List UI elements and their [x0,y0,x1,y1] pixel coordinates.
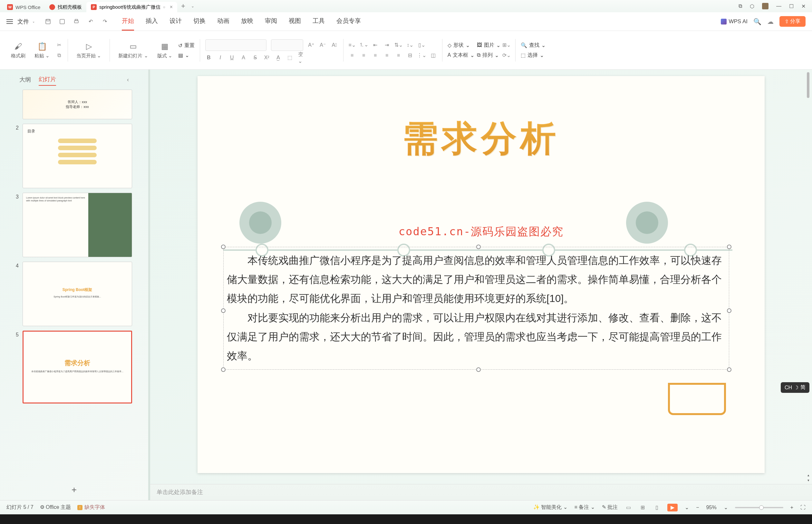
print-icon[interactable] [73,18,80,25]
indent-decrease-icon[interactable]: ⇤ [372,42,379,49]
slide-textbox[interactable]: 本传统戏曲推广微信小程序是为了提高用户查阅信息的效率和管理人员管理信息的工作效率… [223,247,729,370]
normal-view-icon[interactable]: ▭ [625,504,632,511]
close-tab-icon[interactable]: × [170,4,173,10]
rotate-icon[interactable]: ⟳⌄ [503,52,510,59]
strikethrough-icon[interactable]: S̶ [252,54,259,61]
list-level-icon[interactable]: ⋮⌄ [418,52,425,59]
slides-tab[interactable]: 幻灯片 [39,73,56,86]
missing-font-warning[interactable]: ! 缺失字体 [77,504,105,511]
align-center-icon[interactable]: ≡ [360,52,367,59]
resize-handle[interactable] [476,245,481,249]
search-icon[interactable]: 🔍 [753,18,761,26]
user-avatar[interactable] [762,3,768,9]
highlight-icon[interactable]: ⬚ [286,54,294,61]
copy-icon[interactable]: ⧉ [55,52,63,59]
close-window-icon[interactable]: ✕ [801,3,806,9]
redo-icon[interactable]: ↷ [101,18,108,25]
new-tab-button[interactable]: + [177,2,189,10]
cloud-icon[interactable]: ☁ [767,18,774,26]
align-right-icon[interactable]: ≡ [372,52,379,59]
wps-ai-button[interactable]: WPS AI [721,18,748,25]
tab-list-icon[interactable]: ⌄ [189,4,196,9]
resize-handle[interactable] [221,245,226,249]
textbox-button[interactable]: A͏ 文本框⌄ [448,52,475,59]
add-slide-button[interactable]: + [0,479,148,500]
slideshow-button[interactable]: ▶ [667,504,678,511]
file-menu-arrow-icon[interactable]: ⌄ [32,20,35,23]
indent-increase-icon[interactable]: ⇥ [383,42,391,49]
menu-review[interactable]: 审阅 [265,12,277,31]
windows-taskbar[interactable] [0,514,812,524]
window-cube-icon[interactable]: ⬡ [750,3,754,9]
vertical-scrollbar[interactable] [806,72,811,484]
document-tab[interactable]: P springboot传统戏曲推广微信 ▫ × [86,2,177,12]
file-menu[interactable]: 文件 [17,18,29,26]
columns-icon[interactable]: ▯⌄ [418,42,425,49]
minimize-icon[interactable]: — [776,3,781,9]
hamburger-icon[interactable] [6,21,13,22]
font-family-select[interactable] [205,39,266,51]
bold-icon[interactable]: B [205,54,212,61]
increase-font-icon[interactable]: A⁺ [308,42,315,49]
smartart-icon[interactable]: ◫ [430,52,437,59]
slide-thumb-1[interactable]: 答辩人：xxx 指导老师：xxx [22,89,132,119]
fit-window-icon[interactable]: ⛶ [800,505,806,510]
theme-indicator[interactable]: ⚙ Office 主题 [40,504,71,511]
comments-button[interactable]: ✎ 批注 [602,504,618,511]
align-justify-icon[interactable]: ≡ [383,52,391,59]
menu-member[interactable]: 会员专享 [336,12,361,31]
menu-view[interactable]: 视图 [289,12,301,31]
arrange-button[interactable]: ⧉ 排列⌄ [477,52,500,59]
prev-slide-icon[interactable]: ▴ [806,473,811,478]
menu-slideshow[interactable]: 放映 [241,12,253,31]
menu-animation[interactable]: 动画 [217,12,229,31]
slide-thumb-5[interactable]: 需求分析 本传统戏曲推广微信小程序是为了提高用户查阅信息的效率和管理人员管理信息… [22,331,132,404]
superscript-icon[interactable]: X² [263,54,270,61]
section-button[interactable]: ▤ ⌄ [178,52,195,58]
zoom-dropdown-icon[interactable]: ⌄ [724,504,728,510]
vertical-align-icon[interactable]: ⊟ [407,52,414,59]
align-left-icon[interactable]: ≡ [349,52,356,59]
text-direction-icon[interactable]: ↕⌄ [407,42,414,49]
numbering-icon[interactable]: ⒈⌄ [360,42,367,49]
zoom-out-button[interactable]: − [696,505,699,510]
select-button[interactable]: ⬚ 选择⌄ [521,52,546,59]
clear-format-icon[interactable]: Aͯ [331,42,338,49]
window-multi-icon[interactable]: ⧉ [739,3,742,9]
slide-thumb-4[interactable]: Spring Boot框架 Spring Boot框架几年最为流行的综合开发模板… [22,262,132,326]
slide-canvas[interactable]: 需求分析 code51.cn-源码乐园盗图必究 本传统戏曲推广微信小程序是为了提… [198,76,765,473]
resize-handle[interactable] [476,367,481,372]
maximize-icon[interactable]: ☐ [789,3,794,9]
zoom-slider[interactable] [735,507,783,508]
underline-icon[interactable]: U [229,54,235,61]
resize-handle[interactable] [727,308,731,313]
find-button[interactable]: 🔍 查找⌄ [521,42,546,49]
zoom-level[interactable]: 95% [706,505,717,510]
play-from-current-group[interactable]: ▷ 当页开始 ⌄ [73,41,104,59]
shadow-icon[interactable]: A [240,54,247,61]
image-button[interactable]: 🖼 图片⌄ [477,42,500,49]
shape-button[interactable]: ◇ 形状⌄ [448,42,475,49]
line-spacing-icon[interactable]: ⇅⌄ [395,42,402,49]
slide-thumb-3[interactable]: Lorem ipsum dolor sit amet text block pr… [22,193,132,257]
zoom-in-button[interactable]: + [791,505,793,510]
format-painter-group[interactable]: 🖌 格式刷 [8,41,29,59]
save-as-icon[interactable] [59,18,66,25]
tab-dropdown-icon[interactable]: ▫ [163,4,165,11]
menu-insert[interactable]: 插入 [146,12,158,31]
slideshow-dropdown-icon[interactable]: ⌄ [685,504,689,510]
menu-design[interactable]: 设计 [169,12,182,31]
template-tab[interactable]: 找稻壳模板 [45,2,86,12]
outline-tab[interactable]: 大纲 [19,74,31,85]
sorter-view-icon[interactable]: ⊞ [639,504,646,511]
font-size-select[interactable] [271,39,303,51]
decrease-font-icon[interactable]: A⁻ [319,42,327,49]
app-tab[interactable]: W WPS Office [3,2,45,12]
undo-icon[interactable]: ↶ [87,18,94,25]
save-icon[interactable] [45,18,52,25]
smart-beautify-button[interactable]: ✨ 智能美化 ⌄ [533,504,567,511]
notes-pane[interactable]: 单击此处添加备注 [150,484,812,500]
menu-start[interactable]: 开始 [122,12,134,31]
slide-title[interactable]: 需求分析 [402,115,560,163]
resize-handle[interactable] [727,245,731,249]
